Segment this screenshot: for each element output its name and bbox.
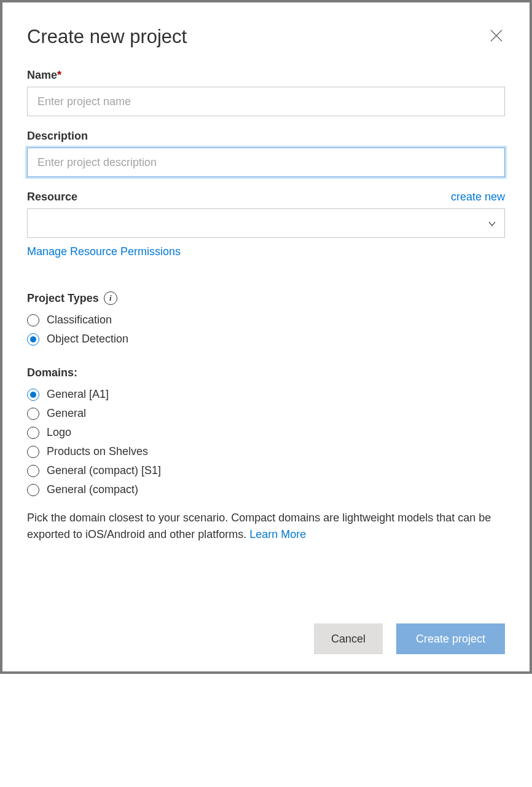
radio-label: General [A1] xyxy=(47,388,109,401)
radio-icon xyxy=(27,427,39,439)
name-label-text: Name xyxy=(27,69,57,81)
domains-group: General [A1] General Logo Products on Sh… xyxy=(27,388,505,496)
radio-domain-general-a1[interactable]: General [A1] xyxy=(27,388,505,401)
modal-backdrop: Create new project Name* Description Res… xyxy=(0,0,532,674)
radio-label: General xyxy=(47,407,86,420)
create-project-button[interactable]: Create project xyxy=(396,623,505,654)
domains-help-text: Pick the domain closest to your scenario… xyxy=(27,510,505,543)
name-input[interactable] xyxy=(27,87,505,116)
name-field: Name* xyxy=(27,69,505,116)
dialog-footer: Cancel Create project xyxy=(27,599,505,654)
radio-object-detection[interactable]: Object Detection xyxy=(27,333,505,346)
close-button[interactable] xyxy=(488,27,505,44)
dialog-title: Create new project xyxy=(27,26,505,48)
description-input[interactable] xyxy=(27,148,505,177)
radio-domain-products-on-shelves[interactable]: Products on Shelves xyxy=(27,445,505,458)
radio-domain-logo[interactable]: Logo xyxy=(27,426,505,439)
manage-resource-permissions-link[interactable]: Manage Resource Permissions xyxy=(27,245,181,258)
radio-classification[interactable]: Classification xyxy=(27,314,505,326)
radio-icon xyxy=(27,389,39,401)
radio-label: General (compact) [S1] xyxy=(47,464,161,477)
radio-domain-general-compact-s1[interactable]: General (compact) [S1] xyxy=(27,464,505,477)
radio-domain-general-compact[interactable]: General (compact) xyxy=(27,483,505,496)
radio-icon xyxy=(27,314,39,326)
required-mark: * xyxy=(57,69,61,81)
radio-domain-general[interactable]: General xyxy=(27,407,505,420)
resource-field: Resource create new Manage Resource Perm… xyxy=(27,191,505,258)
radio-icon xyxy=(27,465,39,477)
learn-more-link[interactable]: Learn More xyxy=(249,528,306,540)
radio-icon xyxy=(27,408,39,420)
project-types-label: Project Types xyxy=(27,292,99,305)
create-new-resource-link[interactable]: create new xyxy=(451,191,505,204)
project-types-label-row: Project Types i xyxy=(27,291,505,305)
radio-label: Object Detection xyxy=(47,333,128,346)
domains-label: Domains: xyxy=(27,366,505,379)
description-field: Description xyxy=(27,130,505,177)
project-types-group: Classification Object Detection xyxy=(27,314,505,346)
info-icon[interactable]: i xyxy=(104,291,117,305)
radio-icon xyxy=(27,333,39,346)
radio-icon xyxy=(27,446,39,458)
radio-label: Products on Shelves xyxy=(47,445,148,458)
create-project-dialog: Create new project Name* Description Res… xyxy=(2,2,530,671)
radio-label: Logo xyxy=(47,426,71,439)
name-label: Name* xyxy=(27,69,505,82)
resource-label: Resource xyxy=(27,191,77,204)
radio-icon xyxy=(27,484,39,496)
radio-label: General (compact) xyxy=(47,483,138,496)
resource-select[interactable] xyxy=(27,208,505,238)
close-icon xyxy=(489,28,504,43)
radio-label: Classification xyxy=(47,314,112,326)
cancel-button[interactable]: Cancel xyxy=(314,623,383,654)
description-label: Description xyxy=(27,130,505,143)
